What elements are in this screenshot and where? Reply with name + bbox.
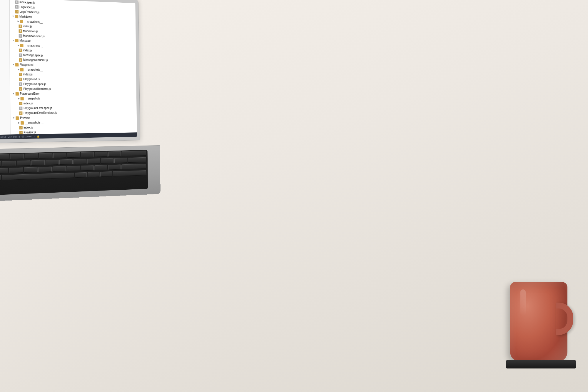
folder-name[interactable]: PlaygroundError (20, 92, 40, 95)
arrow-icon: ▼ (12, 15, 14, 18)
arrow-icon: ▼ (13, 117, 15, 119)
cup (506, 282, 573, 364)
code-line (0, 80, 10, 85)
tree-row[interactable]: ▼ PlaygroundError (10, 91, 136, 96)
arrow-icon: ▶ (18, 20, 19, 23)
folder-name[interactable]: __snapshots__ (24, 44, 43, 47)
key[interactable] (9, 168, 23, 173)
file-name[interactable]: Message.spec.js (23, 54, 43, 57)
key[interactable] (45, 160, 59, 165)
file-name[interactable]: index.js (23, 25, 32, 28)
file-name[interactable]: Markdown.spec.js (23, 34, 44, 38)
file-name[interactable]: LogoRenderer.js (20, 10, 39, 14)
js-icon: J (19, 126, 23, 129)
spec-icon: S (15, 5, 19, 9)
file-name[interactable]: index.js (23, 49, 32, 52)
code-panel: nk> ame}→ Exit Isolation</Link> ame + '/… (0, 0, 10, 136)
key[interactable] (114, 158, 127, 163)
folder-icon (16, 116, 19, 120)
key[interactable] (95, 152, 108, 157)
file-name[interactable]: Markdown.js (23, 29, 38, 33)
folder-name[interactable]: __snapshots__ (24, 20, 43, 24)
key[interactable] (122, 151, 146, 156)
code-line (0, 70, 10, 75)
arrow-icon: ▶ (18, 68, 20, 71)
key[interactable] (53, 153, 66, 158)
file-name[interactable]: index.js (24, 102, 33, 105)
key[interactable] (81, 165, 93, 171)
tree-row[interactable]: ▶ __snapshots__ (10, 96, 136, 101)
key[interactable] (0, 175, 1, 181)
arrow-icon: ▼ (12, 39, 14, 42)
screen-content: nk> ame}→ Exit Isolation</Link> ame + '/… (0, 0, 137, 140)
key[interactable] (87, 159, 100, 164)
code-line: lasses.showCode} onClick={onCodeToggle}> (0, 51, 9, 61)
key[interactable] (67, 166, 80, 171)
folder-name-playground[interactable]: Playground (20, 63, 34, 66)
file-name[interactable]: Preview.js (24, 131, 36, 134)
js-icon: J (19, 24, 22, 28)
key[interactable] (38, 167, 52, 172)
key[interactable] (75, 172, 87, 178)
key[interactable] (24, 154, 38, 159)
folder-name[interactable]: __snapshots__ (25, 121, 43, 124)
key[interactable] (88, 172, 100, 177)
arrow-icon: ▶ (18, 121, 20, 124)
key[interactable] (108, 151, 121, 157)
key[interactable] (100, 171, 112, 177)
file-name[interactable]: MessageRenderer.js (23, 58, 48, 62)
key[interactable] (94, 165, 107, 170)
key[interactable] (122, 164, 146, 169)
laptop: nk> ame}→ Exit Isolation</Link> ame + '/… (0, 0, 156, 198)
key[interactable] (10, 154, 24, 159)
key[interactable] (113, 170, 146, 176)
key[interactable] (81, 152, 94, 157)
folder-name[interactable]: Markdown (19, 15, 32, 19)
key[interactable] (108, 164, 121, 170)
key[interactable] (0, 154, 9, 160)
code-line (0, 60, 10, 66)
spacebar-key[interactable] (2, 173, 74, 180)
file-name[interactable]: Playground.spec.js (23, 82, 46, 86)
code-line (0, 75, 10, 80)
file-name[interactable]: PlaygroundErrorRenderer.js (24, 111, 57, 114)
key[interactable] (2, 161, 16, 166)
key[interactable] (0, 161, 1, 167)
folder-name[interactable]: __snapshots__ (25, 97, 43, 100)
file-name[interactable]: PlaygroundRenderer.js (24, 87, 51, 91)
file-name[interactable]: PlaygroundError.spec.js (24, 106, 52, 110)
key[interactable] (17, 160, 31, 166)
file-name[interactable]: index.spec.js (20, 1, 35, 4)
folder-name[interactable]: Message (19, 39, 31, 42)
arrow-icon: ▶ (18, 44, 19, 47)
spec-icon: S (15, 0, 19, 4)
file-name[interactable]: index.js (24, 126, 33, 129)
folder-icon (20, 44, 23, 47)
key[interactable] (31, 160, 45, 166)
file-name[interactable]: Playground.js (23, 78, 40, 81)
key[interactable] (59, 159, 73, 165)
key[interactable] (0, 168, 8, 174)
coaster (506, 360, 576, 368)
arrow-icon: ▶ (18, 97, 20, 100)
key[interactable] (39, 153, 52, 159)
key[interactable] (128, 157, 146, 163)
editor-body: nk> ame}→ Exit Isolation</Link> ame + '/… (0, 0, 137, 136)
key[interactable] (67, 152, 80, 158)
file-name[interactable]: index.js (23, 73, 32, 76)
folder-icon (20, 68, 24, 71)
key[interactable] (101, 158, 113, 164)
folder-name[interactable]: __snapshots__ (25, 68, 43, 71)
key[interactable] (74, 159, 86, 164)
key[interactable] (24, 167, 38, 173)
key[interactable] (53, 166, 66, 172)
js-icon: J (19, 131, 23, 134)
tree-row: J PlaygroundRenderer.js (10, 86, 136, 91)
keyboard-area (0, 150, 148, 198)
folder-name[interactable]: Preview (20, 116, 30, 119)
file-name[interactable]: Logo.spec.js (20, 5, 35, 9)
js-icon: J (19, 29, 22, 33)
spec-icon: S (19, 82, 22, 86)
coffee-cup-scene (506, 282, 573, 368)
file-tree: S index.spec.js S Logo.spec.js J LogoRen… (10, 0, 137, 134)
